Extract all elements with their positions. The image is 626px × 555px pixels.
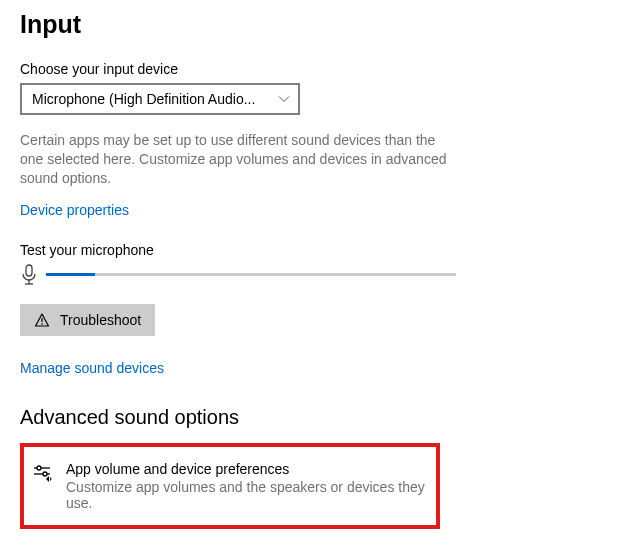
svg-point-4 (41, 323, 43, 325)
advanced-sound-options-heading: Advanced sound options (20, 406, 606, 429)
microphone-level-row (20, 264, 606, 286)
input-device-selected-value: Microphone (High Definition Audio... (32, 91, 255, 107)
test-microphone-label: Test your microphone (20, 242, 606, 258)
svg-rect-0 (26, 265, 32, 276)
choose-input-device-label: Choose your input device (20, 61, 606, 77)
chevron-down-icon (278, 93, 290, 105)
app-volume-preferences-row[interactable]: App volume and device preferences Custom… (32, 461, 428, 511)
app-volume-preferences-subtitle: Customize app volumes and the speakers o… (66, 479, 428, 511)
input-device-select[interactable]: Microphone (High Definition Audio... (20, 83, 300, 115)
troubleshoot-button[interactable]: Troubleshoot (20, 304, 155, 336)
sliders-icon (32, 463, 54, 485)
microphone-icon (20, 264, 38, 286)
troubleshoot-button-label: Troubleshoot (60, 312, 141, 328)
app-volume-preferences-title: App volume and device preferences (66, 461, 428, 477)
warning-icon (34, 312, 50, 328)
microphone-level-bar (46, 273, 456, 276)
svg-point-8 (43, 472, 47, 476)
app-volume-preferences-highlight: App volume and device preferences Custom… (20, 443, 440, 529)
input-heading: Input (20, 10, 606, 39)
manage-sound-devices-link[interactable]: Manage sound devices (20, 360, 164, 376)
input-helper-text: Certain apps may be set up to use differ… (20, 131, 460, 188)
svg-point-6 (37, 466, 41, 470)
device-properties-link[interactable]: Device properties (20, 202, 129, 218)
